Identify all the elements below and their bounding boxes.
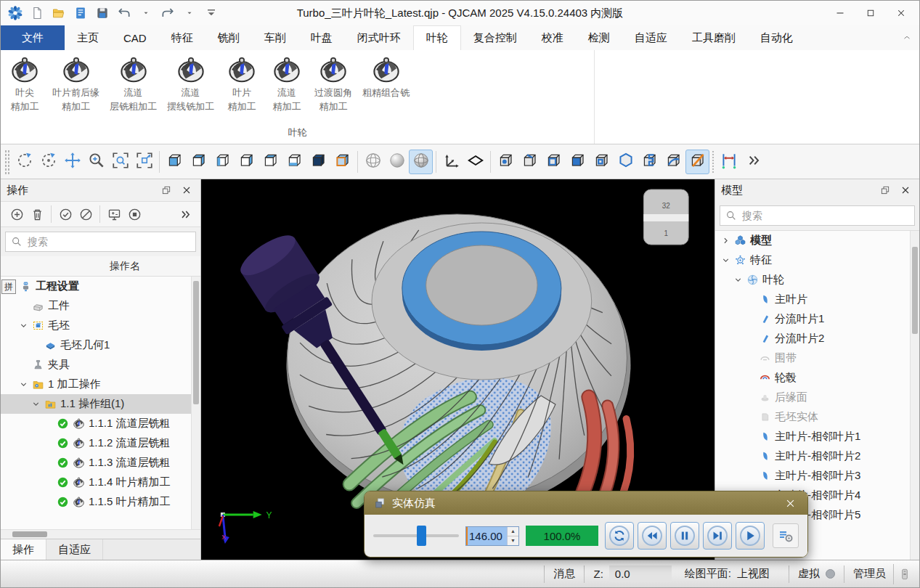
chevron-down-icon[interactable] xyxy=(733,275,743,285)
tree-item[interactable]: 主叶片-相邻叶片1 xyxy=(715,427,919,446)
replay-button[interactable] xyxy=(605,522,634,550)
tree-item[interactable]: 分流叶片2 xyxy=(715,329,919,348)
spin-down-icon[interactable]: ▼ xyxy=(508,536,518,545)
view-back-button[interactable] xyxy=(187,150,211,174)
model-search-input[interactable] xyxy=(742,210,909,221)
tree-item[interactable]: 特征 xyxy=(715,250,919,270)
ribbon-item-0[interactable]: 叶尖精加工 xyxy=(2,54,47,113)
tree-item[interactable]: 工程设置 xyxy=(1,277,200,296)
tree-item[interactable]: 毛坯 xyxy=(1,316,200,335)
show-axes-button[interactable] xyxy=(439,150,463,174)
simulation-dialog[interactable]: 实体仿真 ▲▼ 100.0% xyxy=(364,491,808,558)
delete-button[interactable] xyxy=(27,204,47,224)
status-user[interactable]: 管理员 xyxy=(853,567,886,581)
close-button[interactable] xyxy=(886,3,916,23)
undo-icon[interactable] xyxy=(115,4,133,22)
select-section-button[interactable] xyxy=(638,150,661,174)
tree-item[interactable]: 后缘面 xyxy=(715,388,919,407)
select-point-button[interactable] xyxy=(494,150,518,174)
chevron-down-icon[interactable] xyxy=(721,256,730,265)
operations-search-input[interactable] xyxy=(28,236,190,248)
tree-item[interactable]: 1.1.5 叶片精加工 xyxy=(1,492,200,512)
panel-tab-1[interactable]: 自适应 xyxy=(46,539,103,560)
measure-distance-button[interactable] xyxy=(717,150,741,174)
select-surface-button[interactable] xyxy=(661,150,685,174)
ribbon-tab-工具磨削[interactable]: 工具磨削 xyxy=(680,25,748,50)
ribbon-item-2[interactable]: 流道层铣粗加工 xyxy=(105,54,162,113)
tree-item[interactable]: 叶轮 xyxy=(715,270,919,290)
simulation-settings-button[interactable] xyxy=(773,523,799,548)
speed-value-input[interactable] xyxy=(466,527,507,545)
tree-item[interactable]: 1.1.4 叶片精加工 xyxy=(1,473,200,492)
zoom-view-button[interactable] xyxy=(84,150,108,174)
spin-up-icon[interactable]: ▲ xyxy=(508,527,518,536)
new-file-icon[interactable] xyxy=(28,4,46,22)
statusbar-toggle-button[interactable] xyxy=(893,564,915,584)
chevron-down-icon[interactable] xyxy=(19,380,28,389)
pan-view-button[interactable] xyxy=(60,150,84,174)
select-edge-button[interactable] xyxy=(518,150,542,174)
ribbon-tab-检测[interactable]: 检测 xyxy=(576,25,622,50)
simulation-speed-slider[interactable] xyxy=(373,526,459,546)
status-message-button[interactable]: 消息 xyxy=(553,567,575,581)
ribbon-item-7[interactable]: 粗精组合铣 xyxy=(357,54,415,100)
ribbon-tab-车削[interactable]: 车削 xyxy=(252,25,298,50)
zoom-fit-button[interactable] xyxy=(132,150,156,174)
tree-item[interactable]: 主叶片 xyxy=(715,290,919,309)
overflow-button[interactable] xyxy=(741,150,765,174)
view-front-button[interactable] xyxy=(163,150,187,174)
tree-item[interactable]: 毛坯实体 xyxy=(715,407,919,427)
ribbon-tab-复合控制[interactable]: 复合控制 xyxy=(461,25,529,50)
dropdown-caret-icon[interactable] xyxy=(137,4,155,22)
simulation-speed-spinner[interactable]: ▲▼ xyxy=(465,526,519,546)
view-right-button[interactable] xyxy=(235,150,259,174)
select-body-button[interactable] xyxy=(614,150,638,174)
select-slash-button[interactable] xyxy=(685,150,709,174)
tree-item[interactable]: 1.1.2 流道层铣粗 xyxy=(1,433,200,453)
operations-search[interactable] xyxy=(5,232,196,252)
redo-icon[interactable] xyxy=(159,4,176,22)
ribbon-item-1[interactable]: 叶片前后缘精加工 xyxy=(47,54,105,113)
simulate-button[interactable] xyxy=(104,204,124,224)
stop-button[interactable] xyxy=(124,204,144,224)
minimize-button[interactable] xyxy=(825,3,855,23)
ribbon-item-3[interactable]: 流道摆线铣加工 xyxy=(162,54,219,113)
add-button[interactable] xyxy=(7,204,27,224)
select-hole-button[interactable] xyxy=(590,150,614,174)
float-panel-icon[interactable] xyxy=(158,182,174,198)
ribbon-tab-主页[interactable]: 主页 xyxy=(65,25,111,50)
close-panel-icon[interactable] xyxy=(179,182,195,198)
chevron-right-icon[interactable] xyxy=(721,236,730,245)
view-left-button[interactable] xyxy=(211,150,235,174)
tree-item[interactable]: 1 加工操作 xyxy=(1,375,200,394)
ribbon-tab-自适应[interactable]: 自适应 xyxy=(622,25,680,50)
ribbon-item-5[interactable]: 流道精加工 xyxy=(264,54,309,113)
play-button[interactable] xyxy=(736,522,765,550)
dock-tab-badge[interactable]: 拼 xyxy=(1,279,16,294)
tree-item[interactable]: 1.1 操作组(1) xyxy=(1,394,200,414)
tree-item[interactable]: 分流叶片1 xyxy=(715,309,919,329)
zoom-window-button[interactable] xyxy=(108,150,132,174)
view-isometric-button[interactable] xyxy=(306,150,330,174)
display-wireframe-button[interactable] xyxy=(361,150,385,174)
ribbon-tab-校准[interactable]: 校准 xyxy=(529,25,576,50)
select-face-button[interactable] xyxy=(566,150,590,174)
tree-item[interactable]: 主叶片-相邻叶片2 xyxy=(715,446,919,466)
chevron-down-icon[interactable] xyxy=(31,399,41,409)
tree-item[interactable]: 1.1.3 流道层铣粗 xyxy=(1,453,200,473)
ribbon-tab-自动化[interactable]: 自动化 xyxy=(748,25,805,50)
chevron-down-icon[interactable] xyxy=(19,321,28,330)
slider-handle[interactable] xyxy=(417,526,426,546)
panel-tab-0[interactable]: 操作 xyxy=(1,539,46,560)
step-forward-button[interactable] xyxy=(703,522,732,550)
tree-item[interactable]: 夹具 xyxy=(1,355,200,375)
open-file-icon[interactable] xyxy=(50,4,68,22)
model-tree-scrollbar[interactable] xyxy=(910,231,919,560)
customize-quick-access-icon[interactable] xyxy=(203,4,220,22)
collapse-ribbon-button[interactable] xyxy=(895,25,919,50)
toolbar-drag-handle[interactable] xyxy=(4,150,10,174)
tree-item[interactable]: 围带 xyxy=(715,348,919,368)
maximize-button[interactable] xyxy=(855,3,886,23)
ops-toolbar-overflow-button[interactable] xyxy=(174,204,195,224)
float-panel-icon[interactable] xyxy=(877,182,893,198)
